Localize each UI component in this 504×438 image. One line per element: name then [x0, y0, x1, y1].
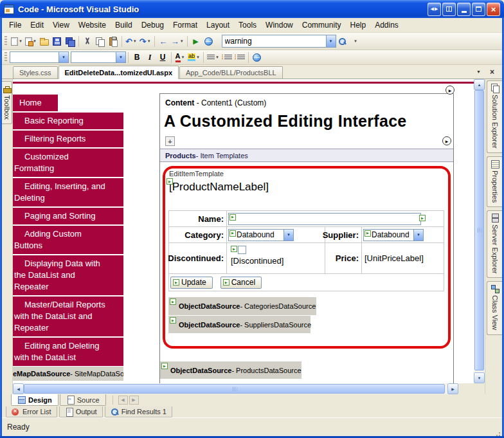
dropdown-arrow-button[interactable]: [413, 230, 423, 241]
menu-item-window[interactable]: Window: [261, 19, 298, 32]
menu-item-help[interactable]: Help: [345, 19, 370, 32]
menu-item-tools[interactable]: Tools: [234, 19, 261, 32]
navigate-forward-button[interactable]: →▼: [170, 34, 185, 48]
categories-datasource-control[interactable]: ObjectDataSource - CategoriesDataSource: [168, 297, 316, 315]
find-combo[interactable]: [222, 35, 336, 48]
output-tab[interactable]: Output: [59, 406, 103, 417]
menu-item-view[interactable]: View: [48, 19, 74, 32]
supplier-dropdown[interactable]: Databound: [363, 229, 424, 241]
content-smart-tag-button[interactable]: [446, 86, 455, 95]
scroll-left-button[interactable]: [13, 383, 24, 394]
nav-item-basic-reporting[interactable]: Basic Reporting: [13, 113, 123, 129]
nav-item-editing-deleting-datalist[interactable]: Editing and Deleting with the DataList: [13, 338, 123, 366]
find-results-tab[interactable]: Find Results 1: [105, 406, 172, 417]
design-surface[interactable]: Home Basic Reporting Filtering Reports C…: [13, 79, 474, 383]
scroll-down-button[interactable]: [474, 372, 485, 383]
design-view-tab[interactable]: Design: [11, 394, 59, 406]
resize-grip[interactable]: [492, 426, 501, 434]
nav-pair-button[interactable]: ◀▶: [428, 3, 441, 16]
document-list-dropdown-button[interactable]: ▼: [474, 67, 483, 77]
font-combo[interactable]: [71, 51, 126, 63]
name-textbox[interactable]: [228, 213, 421, 225]
cut-button[interactable]: [81, 34, 94, 48]
dropdown-arrow-button[interactable]: [284, 230, 293, 241]
row-smart-glyph-icon[interactable]: [419, 215, 426, 221]
toolbox-tab[interactable]: Toolbox: [2, 81, 12, 124]
nav-item-master-detail[interactable]: Master/Detail Reports with the DataList …: [13, 297, 123, 336]
window-layout-button[interactable]: [442, 3, 456, 16]
minimize-button[interactable]: [457, 3, 471, 16]
scroll-up-button[interactable]: [474, 79, 485, 90]
server-explorer-tab[interactable]: Server Explorer: [487, 210, 502, 278]
open-file-button[interactable]: [38, 34, 51, 48]
start-debugging-button[interactable]: ▶: [190, 34, 203, 48]
gridview-move-handle[interactable]: [165, 136, 175, 146]
menu-item-build[interactable]: Build: [111, 19, 137, 32]
toolbar-overflow-button[interactable]: ▼: [349, 34, 362, 48]
navigate-backward-button[interactable]: ←: [157, 34, 170, 48]
nav-item-customized-formatting[interactable]: Customized Formatting: [13, 149, 123, 177]
menu-item-layout[interactable]: Layout: [202, 19, 234, 32]
paste-button[interactable]: [107, 34, 120, 48]
hyperlink-button[interactable]: [251, 50, 264, 64]
menu-item-addins[interactable]: Addins: [370, 19, 403, 32]
font-combo-input[interactable]: [71, 53, 116, 62]
new-project-button[interactable]: ▼: [10, 34, 24, 48]
vertical-scroll-thumb[interactable]: [474, 90, 484, 370]
menu-item-debug[interactable]: Debug: [137, 19, 168, 32]
toolbar-grip[interactable]: [4, 36, 7, 46]
nav-item-editing-inserting-deleting[interactable]: Editing, Inserting, and Deleting: [13, 178, 123, 206]
menu-item-edit[interactable]: Edit: [26, 19, 48, 32]
close-document-button[interactable]: ×: [487, 67, 497, 77]
tag-nav-right-button[interactable]: ▶: [129, 396, 139, 405]
font-color-button[interactable]: A▼: [174, 50, 186, 64]
suppliers-datasource-control[interactable]: ObjectDataSource - SuppliersDataSource: [168, 316, 310, 333]
underline-button[interactable]: U: [156, 50, 169, 64]
combo-dropdown-button[interactable]: [59, 52, 68, 62]
product-name-label[interactable]: [ProductNameLabel]: [169, 181, 269, 194]
combo-dropdown-button[interactable]: [116, 52, 125, 62]
source-view-tab[interactable]: Source: [60, 394, 106, 406]
style-combo-input[interactable]: [10, 53, 59, 62]
nav-item-adding-custom-buttons[interactable]: Adding Custom Buttons: [13, 226, 123, 254]
tag-nav-left-button[interactable]: ◀: [118, 396, 128, 405]
restore-button[interactable]: [472, 3, 485, 16]
unit-price-label[interactable]: [UnitPriceLabel]: [362, 253, 424, 263]
gridview-smart-tag-button[interactable]: [442, 136, 451, 145]
cancel-button[interactable]: Cancel: [221, 277, 262, 289]
sitemap-datasource-control[interactable]: eMapDataSource - SiteMapDataSource1: [13, 367, 123, 381]
view-in-browser-button[interactable]: [203, 34, 215, 48]
products-datasource-control[interactable]: ObjectDataSource - ProductsDataSource: [160, 361, 302, 379]
properties-tab[interactable]: Properties: [487, 156, 502, 207]
close-button[interactable]: ×: [487, 3, 500, 16]
horizontal-scroll-thumb[interactable]: [24, 384, 445, 394]
bold-button[interactable]: B: [130, 50, 143, 64]
bullet-list-button[interactable]: [221, 50, 233, 64]
menu-item-format[interactable]: Format: [168, 19, 202, 32]
solution-explorer-tab[interactable]: Solution Explorer: [487, 80, 502, 153]
category-dropdown[interactable]: Databound: [228, 229, 294, 241]
style-combo[interactable]: [10, 51, 69, 63]
vertical-scrollbar[interactable]: [474, 79, 485, 383]
italic-button[interactable]: I: [143, 50, 156, 64]
menu-item-file[interactable]: File: [4, 19, 26, 32]
class-view-tab[interactable]: Class View: [487, 281, 502, 334]
horizontal-scrollbar[interactable]: [13, 383, 458, 394]
copy-button[interactable]: [94, 34, 107, 48]
nav-item-filtering-reports[interactable]: Filtering Reports: [13, 131, 123, 147]
save-all-button[interactable]: [64, 34, 76, 48]
nav-item-home[interactable]: Home: [13, 95, 58, 111]
redo-button[interactable]: ↷▼: [138, 34, 152, 48]
toolbar-grip[interactable]: [4, 52, 7, 62]
update-button[interactable]: Update: [170, 277, 213, 289]
numbered-list-button[interactable]: [233, 50, 246, 64]
menu-item-website[interactable]: Website: [74, 19, 111, 32]
error-list-tab[interactable]: Error List: [6, 406, 57, 417]
undo-button[interactable]: ↶▼: [124, 34, 138, 48]
highlight-button[interactable]: ab▼: [186, 50, 201, 64]
add-new-item-button[interactable]: ▼: [24, 34, 38, 48]
alignment-button[interactable]: ▼: [206, 50, 221, 64]
find-options-button[interactable]: [336, 34, 349, 48]
gridview-header-bar[interactable]: Products - Item Templates: [160, 149, 453, 162]
find-combo-input[interactable]: [222, 37, 326, 46]
